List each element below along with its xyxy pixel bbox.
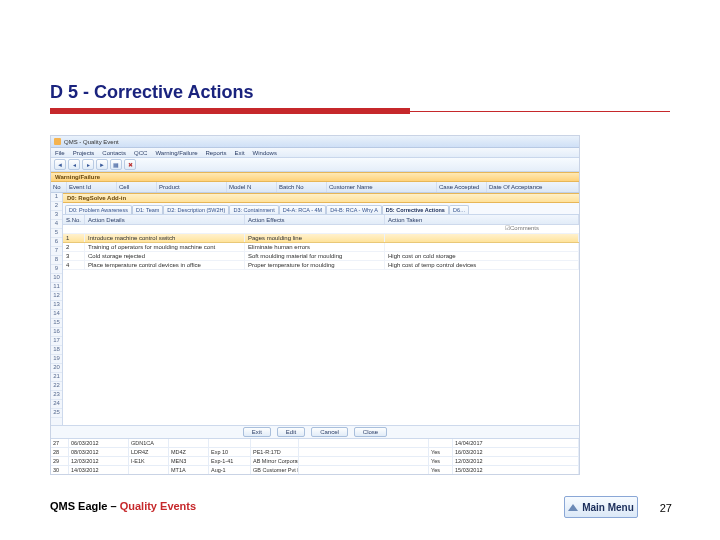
col-accepted[interactable]: Case Accepted <box>437 182 487 192</box>
cell: Yes <box>429 457 453 465</box>
action-row[interactable]: 2 Training of operators for moulding mac… <box>63 243 579 252</box>
main-area: 12345678910 11121314151617181920 2122232… <box>51 193 579 425</box>
grid-header: No Event Id Cell Product Model N Batch N… <box>51 182 579 193</box>
tab-d4a[interactable]: D4-A: RCA - 4M <box>279 205 326 214</box>
cell: 08/03/2012 <box>69 448 129 456</box>
main-menu-button[interactable]: Main Menu <box>564 496 638 518</box>
footer-caption: QMS Eagle – Quality Events <box>50 500 196 512</box>
cell: MT1A <box>169 466 209 474</box>
actions-header: S.No. Action Details Action Effects Acti… <box>63 215 579 225</box>
tab-d5[interactable]: D5: Corrective Actions <box>382 205 449 214</box>
cell-effect: Proper temperature for moulding <box>245 261 385 269</box>
cell: Exp 10 <box>209 448 251 456</box>
cell <box>299 466 429 474</box>
cell: 15/03/2012 <box>453 466 579 474</box>
tab-d0[interactable]: D0: Problem Awareness <box>65 205 132 214</box>
action-row[interactable]: 3 Cold storage rejected Soft moulding ma… <box>63 252 579 261</box>
table-row[interactable]: 28 08/03/2012 LDR4Z MD4Z Exp 10 PE1-R:17… <box>51 448 579 457</box>
window-title: QMS - Quality Event <box>64 139 119 145</box>
title-underline-thin <box>410 111 670 112</box>
menu-file[interactable]: File <box>55 150 65 156</box>
action-row[interactable]: 4 Place temperature control devices in o… <box>63 261 579 270</box>
section-label: Warning/Failure <box>51 172 579 182</box>
cell-sno: 2 <box>63 243 85 251</box>
footer-module: Quality Events <box>120 500 196 512</box>
app-screenshot: QMS - Quality Event File Projects Contac… <box>50 135 580 475</box>
cell: MD4Z <box>169 448 209 456</box>
menu-warning[interactable]: Warning/Failure <box>155 150 197 156</box>
cell: Yes <box>429 448 453 456</box>
col-model[interactable]: Model N <box>227 182 277 192</box>
exit-button[interactable]: Exit <box>243 427 271 437</box>
actions-grid: 1 Introduce machine control switch Pages… <box>63 234 579 425</box>
tool-back-icon[interactable]: ◄ <box>54 159 66 170</box>
menu-exit[interactable]: Exit <box>235 150 245 156</box>
cell-sno: 3 <box>63 252 85 260</box>
tabs-addin-label: D0: RegSolve Add-in <box>67 195 126 201</box>
footer-app: QMS Eagle <box>50 500 107 512</box>
cell: 12/03/2012 <box>453 457 579 465</box>
cell <box>209 439 251 447</box>
cell-taken: High cost of temp control devices <box>385 261 579 269</box>
footer-sep: – <box>107 500 119 512</box>
menu-bar[interactable]: File Projects Contacts QCC Warning/Failu… <box>51 148 579 158</box>
tool-close-icon[interactable]: ✖ <box>124 159 136 170</box>
cell-detail: Place temperature control devices in off… <box>85 261 245 269</box>
cell: 27 <box>51 439 69 447</box>
menu-qcc[interactable]: QCC <box>134 150 147 156</box>
tool-next-icon[interactable]: ▸ <box>82 159 94 170</box>
col-eventid[interactable]: Event Id <box>67 182 117 192</box>
col-customer[interactable]: Customer Name <box>327 182 437 192</box>
tab-d6[interactable]: D6… <box>449 205 470 214</box>
cell: I-E1K <box>129 457 169 465</box>
tab-d3[interactable]: D3: Containment <box>229 205 278 214</box>
tool-prev-icon[interactable]: ◂ <box>68 159 80 170</box>
cancel-button[interactable]: Cancel <box>311 427 348 437</box>
cell-taken <box>385 243 579 251</box>
menu-contacts[interactable]: Contacts <box>102 150 126 156</box>
cell: LDR4Z <box>129 448 169 456</box>
cell <box>299 448 429 456</box>
col-action-details[interactable]: Action Details <box>85 215 245 224</box>
col-no[interactable]: No <box>51 182 67 192</box>
col-batch[interactable]: Batch No <box>277 182 327 192</box>
action-row[interactable]: 1 Introduce machine control switch Pages… <box>63 234 579 243</box>
cell <box>299 457 429 465</box>
cell: AB Mirror Corporation Ltd <box>251 457 299 465</box>
edit-button[interactable]: Edit <box>277 427 305 437</box>
tab-d1[interactable]: D1: Team <box>132 205 163 214</box>
cell-sno: 1 <box>63 234 85 242</box>
col-product[interactable]: Product <box>157 182 227 192</box>
col-sno[interactable]: S.No. <box>63 215 85 224</box>
toolbar: ◄ ◂ ▸ ► ▦ ✖ <box>51 158 579 172</box>
detail-pane: D0: RegSolve Add-in D0: Problem Awarenes… <box>63 193 579 425</box>
tab-d2[interactable]: D2: Description (5W2H) <box>163 205 229 214</box>
slide-title: D 5 - Corrective Actions <box>50 82 253 103</box>
tool-fwd-icon[interactable]: ► <box>96 159 108 170</box>
cell: 06/03/2012 <box>69 439 129 447</box>
menu-windows[interactable]: Windows <box>253 150 277 156</box>
window-titlebar: QMS - Quality Event <box>51 136 579 148</box>
table-row[interactable]: 29 12/03/2012 I-E1K MEN3 Exp-1-41 AB Mir… <box>51 457 579 466</box>
events-grid: 27 06/03/2012 GDN1CA 14/04/2017 28 08/03… <box>51 439 579 475</box>
cell: MEN3 <box>169 457 209 465</box>
close-button[interactable]: Close <box>354 427 387 437</box>
col-action-taken[interactable]: Action Taken <box>385 215 579 224</box>
col-cell[interactable]: Cell <box>117 182 157 192</box>
col-action-effects[interactable]: Action Effects <box>245 215 385 224</box>
cell: GB Customer Pvt Ltd <box>251 466 299 474</box>
menu-projects[interactable]: Projects <box>73 150 95 156</box>
col-date[interactable]: Date Of Acceptance <box>487 182 579 192</box>
tool-grid-icon[interactable]: ▦ <box>110 159 122 170</box>
d-tabs: D0: Problem Awareness D1: Team D2: Descr… <box>63 203 579 215</box>
cell-effect: Soft moulding material for moulding <box>245 252 385 260</box>
cell: 14/04/2017 <box>453 439 579 447</box>
cell-taken <box>385 234 579 242</box>
table-row[interactable]: 27 06/03/2012 GDN1CA 14/04/2017 <box>51 439 579 448</box>
cell <box>169 439 209 447</box>
cell: 30 <box>51 466 69 474</box>
tab-d4b[interactable]: D4-B: RCA - Why A <box>326 205 382 214</box>
table-row[interactable]: 30 14/03/2012 MT1A Aug-1 GB Customer Pvt… <box>51 466 579 475</box>
menu-reports[interactable]: Reports <box>206 150 227 156</box>
comments-label: Comments <box>510 225 539 233</box>
